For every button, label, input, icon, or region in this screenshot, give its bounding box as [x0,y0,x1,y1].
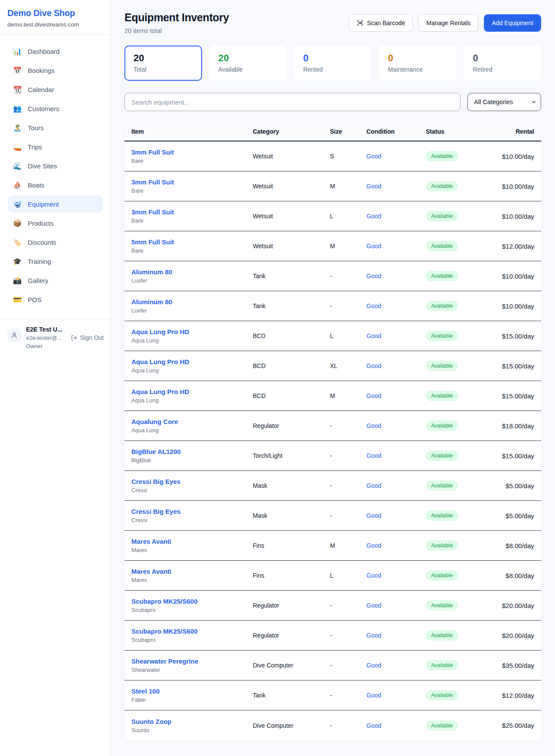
condition-link[interactable]: Good [366,213,426,220]
item-name-link[interactable]: Cressi Big Eyes [131,508,253,515]
sailboat-icon: ⛵ [13,181,22,189]
sidebar-item-gallery[interactable]: 📸 Gallery [8,272,103,289]
condition-link[interactable]: Good [366,692,426,699]
add-equipment-button[interactable]: Add Equipment [484,14,541,32]
item-name-link[interactable]: Steel 100 [131,687,253,695]
sidebar-item-discounts[interactable]: 🏷️ Discounts [8,233,103,251]
add-equipment-label: Add Equipment [492,20,533,26]
condition-link[interactable]: Good [366,662,426,669]
sidebar-item-trips[interactable]: 🚤 Trips [8,138,103,155]
brand-title: Demo Dive Shop [7,8,103,18]
sidebar-item-dive-sites[interactable]: 🌊 Dive Sites [8,157,103,174]
item-cell: Mares Avanti Mares [131,568,253,583]
table-body: 3mm Full Suit Bare Wetsuit S Good Availa… [124,141,541,740]
condition-link[interactable]: Good [366,392,426,399]
condition-link[interactable]: Good [366,362,426,369]
sidebar-item-label: Calendar [28,86,54,93]
user-email: e2e-tester@... [26,335,66,341]
sidebar-item-training[interactable]: 🎓 Training [8,253,103,270]
size-cell: - [330,602,366,609]
status-cell: Available [426,600,482,611]
rental-cell: $15.00/day [482,392,534,400]
sidebar-item-dashboard[interactable]: 📊 Dashboard [8,43,103,60]
stat-card-total[interactable]: 20 Total [124,46,202,81]
item-name-link[interactable]: Aqua Lung Pro HD [131,358,253,365]
item-name-link[interactable]: Shearwater Peregrine [131,657,253,665]
stat-card-available[interactable]: 20 Available [209,46,287,81]
item-name-link[interactable]: Aqua Lung Pro HD [131,328,253,335]
sidebar-item-customers[interactable]: 👥 Customers [8,100,103,117]
item-name-link[interactable]: Scubapro MK25/S600 [131,598,253,605]
category-cell: Wetsuit [253,153,330,160]
item-brand: Aqua Lung [131,367,253,374]
sidebar-item-equipment[interactable]: 🤿 Equipment [8,195,103,213]
condition-link[interactable]: Good [366,153,426,160]
condition-link[interactable]: Good [366,183,426,190]
condition-link[interactable]: Good [366,542,426,549]
item-name-link[interactable]: Mares Avanti [131,538,253,545]
condition-link[interactable]: Good [366,722,426,729]
item-cell: 5mm Full Suit Bare [131,238,253,254]
column-header-condition: Condition [366,128,426,135]
condition-link[interactable]: Good [366,572,426,579]
item-name-link[interactable]: 5mm Full Suit [131,238,253,246]
condition-link[interactable]: Good [366,632,426,639]
size-cell: - [330,422,366,429]
item-name-link[interactable]: Aluminum 80 [131,298,253,306]
sidebar-item-products[interactable]: 📦 Products [8,214,103,232]
item-cell: 3mm Full Suit Bare [131,178,253,194]
item-brand: Cressi [131,487,253,493]
sign-out-button[interactable]: Sign Out [71,334,104,341]
item-name-link[interactable]: 3mm Full Suit [131,178,253,186]
scan-barcode-button[interactable]: Scan Barcode [349,14,413,32]
item-name-link[interactable]: Cressi Big Eyes [131,478,253,485]
camera-icon: 📸 [13,276,22,285]
item-brand: BigBlue [131,457,253,463]
table-row: 3mm Full Suit Bare Wetsuit M Good Availa… [124,171,541,201]
stat-card-rented[interactable]: 0 Rented [294,46,372,81]
condition-link[interactable]: Good [366,302,426,309]
item-name-link[interactable]: Aluminum 80 [131,268,253,276]
stat-card-maintenance[interactable]: 0 Maintenance [379,46,457,81]
item-name-link[interactable]: BigBlue AL1200 [131,448,253,455]
item-name-link[interactable]: Aqua Lung Pro HD [131,388,253,395]
stat-card-retired[interactable]: 0 Retired [464,46,541,81]
condition-link[interactable]: Good [366,482,426,489]
status-badge: Available [426,271,458,281]
status-badge: Available [426,720,458,731]
sidebar-item-tours[interactable]: 🏝️ Tours [8,119,103,136]
item-name-link[interactable]: 3mm Full Suit [131,148,253,156]
stat-label: Maintenance [388,66,447,73]
item-name-link[interactable]: Mares Avanti [131,568,253,575]
item-cell: Scubapro MK25/S600 Scubapro [131,628,253,643]
table-row: Aqua Lung Pro HD Aqua Lung BCD L Good Av… [124,321,541,351]
sidebar-item-boats[interactable]: ⛵ Boats [8,176,103,194]
condition-link[interactable]: Good [366,512,426,519]
sidebar-item-label: Bookings [28,67,55,74]
item-name-link[interactable]: Aqualung Core [131,418,253,425]
condition-link[interactable]: Good [366,273,426,279]
condition-link[interactable]: Good [366,452,426,459]
condition-link[interactable]: Good [366,332,426,339]
sidebar-item-calendar[interactable]: 📆 Calendar [8,81,103,98]
item-name-link[interactable]: Suunto Zoop [131,718,253,725]
status-badge: Available [426,480,458,491]
search-input[interactable] [124,93,460,111]
item-name-link[interactable]: Scubapro MK25/S600 [131,628,253,635]
item-name-link[interactable]: 3mm Full Suit [131,208,253,216]
condition-link[interactable]: Good [366,602,426,609]
category-cell: Dive Computer [253,662,330,669]
status-cell: Available [426,540,482,551]
stat-value: 0 [473,53,532,64]
table-row: Scubapro MK25/S600 Scubapro Regulator - … [124,591,541,621]
item-brand: Luxfer [131,277,253,284]
category-select[interactable]: All Categories [467,93,541,111]
condition-link[interactable]: Good [366,422,426,429]
size-cell: S [330,153,366,160]
status-cell: Available [426,690,482,700]
manage-rentals-button[interactable]: Manage Rentals [418,14,478,32]
sidebar-item-pos[interactable]: 💳 POS [8,291,103,308]
barcode-scan-icon [357,20,363,26]
condition-link[interactable]: Good [366,243,426,250]
sidebar-item-bookings[interactable]: 📅 Bookings [8,62,103,79]
